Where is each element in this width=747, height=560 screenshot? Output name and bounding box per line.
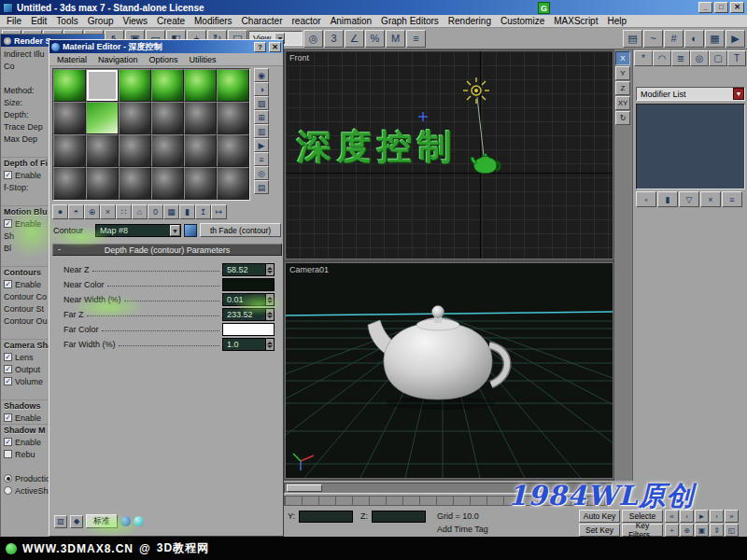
track-bar[interactable] [284,496,613,506]
backlight-icon[interactable]: ◑ [254,82,269,96]
pin-stack-button[interactable]: ∘ [636,191,656,207]
chevron-down-icon[interactable]: ▼ [170,225,180,236]
menu-item[interactable]: reactor [288,16,326,26]
material-editor-menu-item[interactable]: Material [52,55,92,64]
menu-item[interactable]: Animation [326,16,376,26]
chevron-down-icon[interactable]: ▼ [733,88,744,100]
mirror-icon[interactable]: M [386,30,405,48]
zoom-all-icon[interactable]: ⊕ [680,524,694,537]
material-editor-title-bar[interactable]: Material Editor - 深度控制 ? ✕ [49,40,283,53]
material-sample-slot[interactable] [217,134,249,167]
video-color-check-icon[interactable]: ▥ [254,124,269,138]
pan-icon[interactable]: ⇕ [710,524,724,537]
previous-frame-button[interactable]: ‹ [680,510,694,523]
motion-tab[interactable]: ◎ [690,50,709,66]
close-icon[interactable]: ✕ [269,42,281,52]
minimize-button[interactable]: _ [698,2,712,13]
material-sample-slot[interactable] [53,167,86,200]
color-swatch[interactable] [222,278,275,291]
add-time-tag[interactable]: Add Time Tag [437,525,488,534]
material-sample-slot[interactable] [184,167,217,200]
material-sample-slot[interactable] [184,69,217,102]
checkbox[interactable] [4,219,12,228]
spinner-control[interactable] [265,294,274,305]
color-swatch[interactable] [222,323,275,336]
material-sample-slot[interactable] [119,102,151,134]
axis-constraint-button[interactable]: XY [615,96,630,110]
effects-channel-icon[interactable]: 0 [148,204,163,219]
maximize-viewport-icon[interactable]: ◱ [725,524,739,537]
checkbox[interactable] [4,450,12,458]
value-field[interactable]: 1.0 [222,338,275,351]
auto-key-button[interactable]: Auto Key [579,510,620,523]
axis-constraint-button[interactable]: ↻ [615,111,630,125]
menu-item[interactable]: File [2,16,26,26]
sample-ui-icon[interactable]: ▧ [54,515,67,528]
window-title-bar[interactable]: Untitled - 3ds max 7 - Stand-alone Licen… [0,0,747,15]
go-to-parent-icon[interactable]: ↥ [195,204,211,219]
make-unique-button[interactable]: ▽ [679,191,699,207]
display-tab[interactable]: ▢ [709,50,727,66]
material-sample-slot[interactable] [151,69,184,102]
schematic-view-icon[interactable]: # [664,30,684,48]
material-sample-slot[interactable] [53,102,86,134]
time-slider-handle[interactable] [287,484,322,492]
menu-item[interactable]: Create [152,16,190,26]
pick-map-icon[interactable] [184,224,197,237]
get-material-icon[interactable]: ● [52,204,68,219]
menu-item[interactable]: Rendering [444,16,496,26]
material-editor-menu-item[interactable]: Options [145,55,183,64]
value-field[interactable]: 233.52 [222,308,275,321]
put-to-library-icon[interactable]: ⌂ [132,204,148,219]
utilities-tab[interactable]: T [727,50,746,66]
checkbox[interactable] [4,353,12,361]
material-sample-slot[interactable] [119,69,151,102]
next-frame-button[interactable]: › [710,510,724,523]
material-sample-slot[interactable] [86,167,119,200]
material-sample-slot[interactable] [53,69,86,102]
axis-constraint-button[interactable]: X [615,51,630,65]
spinner-control[interactable] [265,339,274,350]
curve-editor-icon[interactable]: ~ [643,30,663,48]
go-to-end-button[interactable]: » [725,510,739,523]
hierarchy-tab[interactable]: ≣ [671,50,690,66]
menu-item[interactable]: Modifiers [190,16,237,26]
modifier-stack[interactable] [636,104,745,189]
menu-item[interactable]: Tools [51,16,82,26]
z-coordinate-field[interactable] [372,511,426,523]
menu-item[interactable]: Edit [26,16,51,26]
material-sample-slot[interactable] [119,167,151,200]
use-pivot-center-icon[interactable]: ◎ [303,30,323,48]
material-sample-slot[interactable] [217,167,249,200]
material-sample-slot[interactable] [86,102,119,134]
select-by-material-icon[interactable]: ◎ [254,166,269,180]
spinner-control[interactable] [265,264,274,275]
material-sample-slot[interactable] [151,102,184,134]
checkbox[interactable] [4,280,12,288]
material-editor-icon[interactable]: ◐ [684,30,704,48]
material-editor-menu-item[interactable]: Navigation [93,55,143,64]
viewport-label[interactable]: Front [289,53,309,63]
create-tab[interactable]: * [634,50,653,66]
menu-item[interactable]: Group [83,16,119,26]
axis-constraint-button[interactable]: Z [615,81,630,95]
show-map-in-viewport-icon[interactable]: ▦ [163,204,179,219]
make-preview-icon[interactable]: ▶ [254,138,269,152]
map-name-dropdown[interactable]: Map #8 ▼ [95,224,181,237]
y-coordinate-field[interactable] [299,511,353,523]
zoom-extents-icon[interactable]: ▣ [695,524,709,537]
map-type-button[interactable]: th Fade (contour) [200,223,281,237]
show-end-result-icon[interactable]: ▮ [179,204,195,219]
checkbox[interactable] [4,486,12,495]
menu-item[interactable]: MAXScript [549,16,602,26]
rollout-header[interactable]: Depth Fade (contour) Parameters [52,244,282,256]
go-forward-icon[interactable]: ↦ [211,204,227,219]
close-button[interactable]: ✕ [730,2,744,13]
time-slider[interactable] [284,483,613,494]
quick-render-icon[interactable]: ▶ [726,30,745,48]
checkbox[interactable] [4,438,12,446]
material-sample-slot[interactable] [86,69,119,102]
material-sample-slot[interactable] [217,102,249,134]
menu-item[interactable]: Character [237,16,288,26]
material-sample-slot[interactable] [184,134,217,167]
